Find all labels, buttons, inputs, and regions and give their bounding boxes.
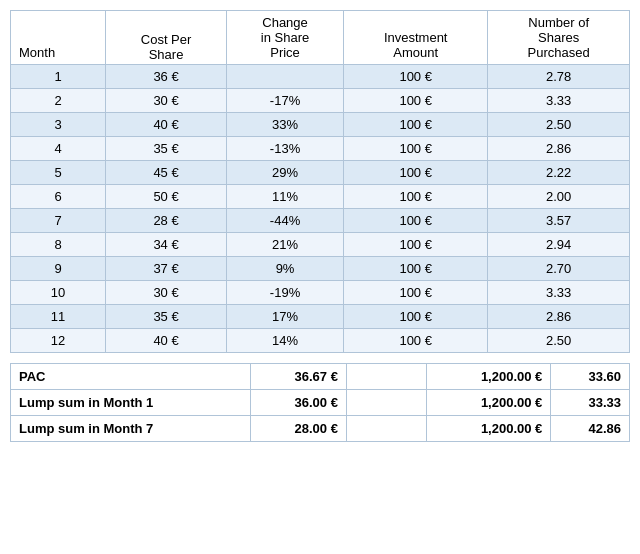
summary-row: Lump sum in Month 136.00 €1,200.00 €33.3… (11, 390, 630, 416)
cell-shares: 2.86 (488, 137, 630, 161)
summary-investment: 1,200.00 € (426, 364, 550, 390)
cell-cost: 50 € (106, 185, 227, 209)
cell-shares: 3.33 (488, 281, 630, 305)
cell-month: 8 (11, 233, 106, 257)
cell-change: 21% (227, 233, 344, 257)
cell-investment: 100 € (344, 305, 488, 329)
cell-investment: 100 € (344, 161, 488, 185)
cell-cost: 28 € (106, 209, 227, 233)
summary-change (346, 390, 426, 416)
summary-change (346, 416, 426, 442)
cell-change: 11% (227, 185, 344, 209)
cell-month: 6 (11, 185, 106, 209)
table-row: 728 €-44%100 €3.57 (11, 209, 630, 233)
header-change-in-share-price: Change in Share Price (227, 11, 344, 65)
cell-investment: 100 € (344, 257, 488, 281)
cell-change: 29% (227, 161, 344, 185)
table-row: 1030 €-19%100 €3.33 (11, 281, 630, 305)
summary-change (346, 364, 426, 390)
cell-shares: 2.78 (488, 65, 630, 89)
cell-shares: 2.70 (488, 257, 630, 281)
cell-investment: 100 € (344, 65, 488, 89)
cell-change: 9% (227, 257, 344, 281)
summary-table: PAC36.67 €1,200.00 €33.60Lump sum in Mon… (10, 363, 630, 442)
table-row: 834 €21%100 €2.94 (11, 233, 630, 257)
cell-cost: 36 € (106, 65, 227, 89)
cell-shares: 2.22 (488, 161, 630, 185)
cell-shares: 2.50 (488, 329, 630, 353)
cell-month: 3 (11, 113, 106, 137)
cell-investment: 100 € (344, 185, 488, 209)
cell-month: 12 (11, 329, 106, 353)
cell-cost: 35 € (106, 305, 227, 329)
cell-investment: 100 € (344, 89, 488, 113)
summary-cost: 28.00 € (251, 416, 347, 442)
cell-cost: 30 € (106, 281, 227, 305)
cell-change: 17% (227, 305, 344, 329)
summary-label: Lump sum in Month 7 (11, 416, 251, 442)
cell-change (227, 65, 344, 89)
table-row: 340 €33%100 €2.50 (11, 113, 630, 137)
cell-cost: 37 € (106, 257, 227, 281)
table-row: 136 €100 €2.78 (11, 65, 630, 89)
cell-investment: 100 € (344, 281, 488, 305)
cell-change: 33% (227, 113, 344, 137)
main-container: Month Cost Per Share Change in Share Pri… (10, 10, 630, 442)
cell-month: 9 (11, 257, 106, 281)
header-month: Month (11, 11, 106, 65)
summary-investment: 1,200.00 € (426, 416, 550, 442)
cell-month: 7 (11, 209, 106, 233)
summary-label: Lump sum in Month 1 (11, 390, 251, 416)
cell-shares: 3.33 (488, 89, 630, 113)
table-row: 230 €-17%100 €3.33 (11, 89, 630, 113)
table-row: 1135 €17%100 €2.86 (11, 305, 630, 329)
cell-month: 5 (11, 161, 106, 185)
summary-investment: 1,200.00 € (426, 390, 550, 416)
table-row: 1240 €14%100 €2.50 (11, 329, 630, 353)
cell-change: -17% (227, 89, 344, 113)
cell-shares: 2.86 (488, 305, 630, 329)
cell-month: 11 (11, 305, 106, 329)
cell-cost: 30 € (106, 89, 227, 113)
header-shares-purchased: Number of Shares Purchased (488, 11, 630, 65)
cell-month: 2 (11, 89, 106, 113)
cell-cost: 40 € (106, 329, 227, 353)
cell-investment: 100 € (344, 209, 488, 233)
table-row: 650 €11%100 €2.00 (11, 185, 630, 209)
header-cost-per-share: Cost Per Share (106, 11, 227, 65)
cell-investment: 100 € (344, 113, 488, 137)
summary-label: PAC (11, 364, 251, 390)
table-row: 545 €29%100 €2.22 (11, 161, 630, 185)
cell-month: 1 (11, 65, 106, 89)
cell-shares: 2.00 (488, 185, 630, 209)
summary-cost: 36.00 € (251, 390, 347, 416)
cell-cost: 35 € (106, 137, 227, 161)
table-row: 937 €9%100 €2.70 (11, 257, 630, 281)
cell-investment: 100 € (344, 233, 488, 257)
cell-change: -13% (227, 137, 344, 161)
cell-change: 14% (227, 329, 344, 353)
cell-shares: 2.50 (488, 113, 630, 137)
summary-shares: 33.60 (551, 364, 630, 390)
summary-row: PAC36.67 €1,200.00 €33.60 (11, 364, 630, 390)
cell-cost: 40 € (106, 113, 227, 137)
table-row: 435 €-13%100 €2.86 (11, 137, 630, 161)
cell-month: 4 (11, 137, 106, 161)
main-table: Month Cost Per Share Change in Share Pri… (10, 10, 630, 353)
cell-investment: 100 € (344, 137, 488, 161)
summary-shares: 42.86 (551, 416, 630, 442)
cell-shares: 2.94 (488, 233, 630, 257)
cell-change: -19% (227, 281, 344, 305)
header-investment-amount: Investment Amount (344, 11, 488, 65)
cell-cost: 34 € (106, 233, 227, 257)
cell-investment: 100 € (344, 329, 488, 353)
cell-shares: 3.57 (488, 209, 630, 233)
summary-row: Lump sum in Month 728.00 €1,200.00 €42.8… (11, 416, 630, 442)
cell-month: 10 (11, 281, 106, 305)
cell-change: -44% (227, 209, 344, 233)
summary-cost: 36.67 € (251, 364, 347, 390)
cell-cost: 45 € (106, 161, 227, 185)
summary-shares: 33.33 (551, 390, 630, 416)
